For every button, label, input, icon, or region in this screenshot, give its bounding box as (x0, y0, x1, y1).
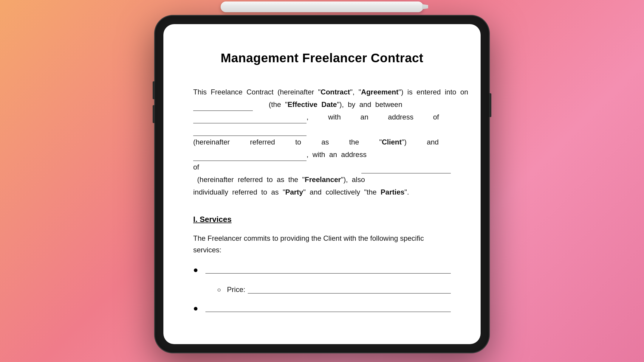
services-intro-text: The Freelancer commits to providing the … (193, 233, 451, 256)
sub-bullet-circle: ○ (217, 285, 221, 295)
party-term: Party (285, 188, 303, 196)
effective-date-blank[interactable] (193, 102, 253, 111)
client-term: Client (382, 138, 402, 146)
agreement-term: Agreement (361, 88, 398, 96)
bullet-dot-2: ● (193, 302, 198, 315)
ipad-device: Management Freelancer Contract This Free… (155, 16, 489, 352)
section-services: I. Services The Freelancer commits to pr… (193, 213, 451, 315)
volume-down-button[interactable] (153, 105, 155, 123)
intro-paragraph: This Freelance Contract (hereinafter "Co… (193, 86, 451, 198)
party2-name-blank[interactable] (193, 152, 306, 161)
party1-name-blank[interactable] (193, 115, 306, 123)
contract-term: Contract (321, 88, 350, 96)
freelancer-term: Freelancer (305, 175, 341, 184)
price-line[interactable] (248, 285, 451, 293)
party1-address-blank[interactable] (193, 127, 306, 136)
price-sub-bullet: ○ Price: (217, 284, 451, 295)
intro-text-this: This Freelance Contract (hereinafter " (193, 88, 321, 96)
section-services-heading: I. Services (193, 213, 451, 226)
service-line-2[interactable] (205, 304, 451, 312)
bullet-dot-1: ● (193, 263, 198, 277)
parties-term: Parties (381, 188, 405, 196)
document-title: Management Freelancer Contract (193, 48, 451, 68)
power-button[interactable] (489, 93, 491, 117)
ipad-screen: Management Freelancer Contract This Free… (163, 24, 481, 344)
services-list: ● ○ Price: ● (193, 264, 451, 315)
service-line-1[interactable] (205, 265, 451, 274)
party2-address-blank[interactable] (361, 165, 451, 173)
apple-pencil (221, 1, 423, 12)
price-label: Price: (227, 284, 245, 295)
document-content: Management Freelancer Contract This Free… (163, 24, 481, 344)
effective-date-term: Effective Date (288, 100, 337, 108)
service-bullet-1: ● (193, 264, 451, 277)
volume-up-button[interactable] (153, 81, 155, 99)
service-bullet-2: ● (193, 302, 451, 315)
